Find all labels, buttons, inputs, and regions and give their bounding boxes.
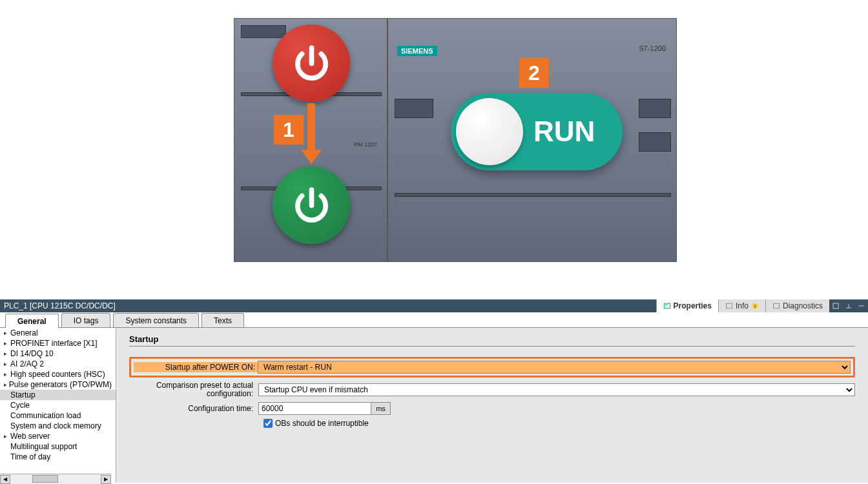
tree-item[interactable]: ▸AI 2/AQ 2 (0, 359, 116, 369)
tab-properties[interactable]: Properties (656, 299, 718, 312)
tree-item[interactable]: System and clock memory (0, 421, 116, 431)
config-time-unit: ms (371, 402, 391, 415)
config-time-input[interactable] (258, 402, 371, 415)
run-toggle: RUN (451, 93, 623, 170)
device-slot (395, 99, 433, 118)
tab-io-tags[interactable]: IO tags (61, 313, 111, 327)
interruptible-checkbox[interactable] (264, 419, 273, 428)
tree-item-label: Communication load (10, 411, 81, 420)
cpu-model-label: S7-1200 (639, 45, 666, 52)
device-slot (395, 193, 671, 197)
expand-icon[interactable]: ▸ (4, 371, 10, 378)
info-icon (725, 302, 733, 310)
tree-horizontal-scrollbar[interactable]: ◀ ▶ (0, 474, 111, 484)
panel-title: PLC_1 [CPU 1215C DC/DC/DC] (4, 301, 116, 310)
pm-model-label: PM 1207 (354, 141, 377, 148)
tree-item-label: Startup (10, 390, 36, 399)
restore-button[interactable] (842, 299, 855, 312)
tab-system-constants[interactable]: System constants (113, 313, 199, 327)
annotation-badge-1: 1 (274, 115, 304, 145)
tab-strip: General IO tags System constants Texts (0, 312, 868, 328)
tab-texts[interactable]: Texts (202, 313, 244, 327)
interruptible-row: OBs should be interruptible (264, 419, 855, 428)
svg-rect-1 (665, 305, 667, 306)
panel-title-bar: PLC_1 [CPU 1215C DC/DC/DC] Properties In… (0, 299, 868, 312)
properties-icon (663, 302, 671, 310)
tree-item-label: PROFINET interface [X1] (10, 339, 98, 348)
tree-item[interactable]: Multilingual support (0, 441, 116, 452)
property-tree[interactable]: ▸General▸PROFINET interface [X1]▸DI 14/D… (0, 328, 116, 483)
tree-item[interactable]: Time of day (0, 452, 116, 462)
close-button[interactable] (855, 299, 868, 312)
scroll-track[interactable] (10, 475, 101, 484)
tree-item[interactable]: ▸Web server (0, 431, 116, 441)
comparison-select[interactable]: Startup CPU even if mismatch (258, 383, 855, 396)
tree-item[interactable]: Startup (0, 390, 116, 400)
tree-item-label: Web server (10, 432, 50, 441)
startup-form: Startup Startup after POWER ON: Warm res… (116, 328, 868, 483)
siemens-badge: SIEMENS (397, 46, 437, 56)
svg-rect-2 (726, 303, 732, 308)
run-label: RUN (533, 116, 595, 148)
warning-icon: i (751, 302, 759, 310)
tab-diagnostics[interactable]: Diagnostics (765, 299, 829, 312)
comparison-row: Comparison preset to actual configuratio… (129, 381, 855, 398)
tree-item-label: High speed counters (HSC) (10, 370, 105, 379)
panel-right-tabs: Properties Info i Diagnostics (656, 299, 829, 312)
tree-item-label: DI 14/DQ 10 (10, 349, 54, 358)
tree-item-label: Time of day (10, 452, 50, 461)
svg-rect-5 (773, 303, 779, 308)
interruptible-label: OBs should be interruptible (275, 419, 369, 428)
expand-icon[interactable]: ▸ (4, 381, 9, 388)
tree-item-label: General (10, 328, 38, 338)
device-slot (241, 25, 286, 38)
svg-rect-6 (833, 303, 838, 308)
config-time-label: Configuration time: (129, 404, 258, 413)
minimize-button[interactable] (829, 299, 842, 312)
power-on-icon (273, 166, 350, 244)
tree-item-label: Pulse generators (PTO/PWM) (9, 380, 112, 389)
tree-item[interactable]: ▸General (0, 328, 116, 338)
device-slot (639, 99, 671, 118)
plc-device-illustration: PM 1207 SIEMENS S7-1200 1 2 RUN (234, 18, 677, 262)
startup-after-poweron-label: Startup after POWER ON: (134, 362, 258, 372)
expand-icon[interactable]: ▸ (4, 361, 10, 367)
toggle-knob (456, 98, 523, 165)
tree-item-label: AI 2/AQ 2 (10, 359, 44, 368)
tree-item[interactable]: ▸High speed counters (HSC) (0, 369, 116, 379)
tree-item[interactable]: ▸Pulse generators (PTO/PWM) (0, 379, 116, 390)
startup-after-poweron-select[interactable]: Warm restart - RUN (258, 361, 851, 374)
tree-item[interactable]: ▸PROFINET interface [X1] (0, 338, 116, 348)
startup-after-poweron-row: Startup after POWER ON: Warm restart - R… (129, 357, 855, 378)
config-time-row: Configuration time: ms (129, 402, 855, 415)
power-off-icon (273, 25, 350, 102)
tree-item-label: Cycle (10, 401, 30, 410)
expand-icon[interactable]: ▸ (4, 330, 10, 336)
tree-item[interactable]: ▸DI 14/DQ 10 (0, 348, 116, 359)
section-header: Startup (129, 334, 855, 347)
scroll-left-button[interactable]: ◀ (0, 475, 10, 484)
expand-icon[interactable]: ▸ (4, 350, 10, 357)
tab-info[interactable]: Info i (718, 299, 765, 312)
annotation-badge-2: 2 (519, 58, 549, 88)
panel-content: ▸General▸PROFINET interface [X1]▸DI 14/D… (0, 328, 868, 483)
scroll-right-button[interactable]: ▶ (101, 475, 111, 484)
expand-icon[interactable]: ▸ (4, 433, 10, 439)
tree-item-label: System and clock memory (10, 421, 101, 430)
window-buttons (829, 299, 868, 312)
expand-icon[interactable]: ▸ (4, 340, 10, 347)
tree-item-label: Multilingual support (10, 442, 77, 451)
diagnostics-icon (772, 302, 780, 310)
device-slot (639, 132, 671, 152)
svg-rect-0 (664, 303, 670, 308)
tree-item[interactable]: Cycle (0, 400, 116, 410)
properties-panel: PLC_1 [CPU 1215C DC/DC/DC] Properties In… (0, 299, 868, 484)
tab-general[interactable]: General (5, 314, 59, 328)
tree-item[interactable]: Communication load (0, 410, 116, 421)
comparison-label: Comparison preset to actual configuratio… (129, 381, 258, 398)
scroll-thumb[interactable] (32, 475, 58, 483)
